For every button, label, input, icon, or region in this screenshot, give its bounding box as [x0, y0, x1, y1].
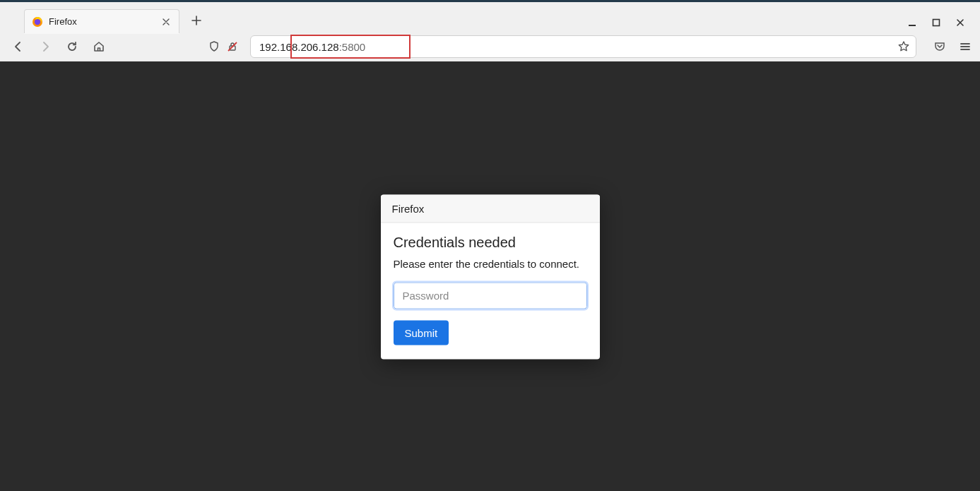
tab-strip: Firefox	[0, 2, 980, 32]
window-maximize-icon[interactable]	[931, 17, 942, 28]
password-field[interactable]	[394, 282, 587, 309]
tab-title: Firefox	[49, 16, 155, 27]
url-text[interactable]: 192.168.206.128:5800	[255, 37, 893, 56]
window-minimize-icon[interactable]	[907, 17, 918, 28]
security-icons	[208, 40, 239, 53]
home-button[interactable]	[89, 37, 109, 57]
submit-button[interactable]: Submit	[394, 320, 449, 345]
dialog-body: Credentials needed Please enter the cred…	[381, 223, 600, 359]
app-menu-icon[interactable]	[959, 40, 972, 53]
toolbar-right-icons	[933, 40, 972, 53]
svg-rect-2	[909, 25, 916, 26]
svg-rect-3	[933, 20, 940, 26]
url-port: :5800	[339, 41, 366, 53]
forward-button[interactable]	[35, 37, 55, 57]
tracking-shield-icon[interactable]	[208, 40, 220, 53]
dialog-header: Firefox	[381, 194, 600, 223]
window-controls	[907, 17, 974, 28]
url-host: 192.168.206.128	[259, 41, 339, 53]
svg-point-1	[35, 18, 40, 24]
browser-tab[interactable]: Firefox	[24, 9, 179, 33]
insecure-lock-icon[interactable]	[226, 40, 239, 53]
back-button[interactable]	[8, 37, 28, 57]
firefox-favicon-icon	[32, 16, 43, 28]
dialog-title: Credentials needed	[394, 234, 587, 250]
bookmark-star-icon[interactable]	[897, 40, 910, 53]
credentials-dialog: Firefox Credentials needed Please enter …	[381, 194, 600, 359]
tab-close-icon[interactable]	[160, 16, 172, 28]
browser-chrome: Firefox	[0, 2, 980, 61]
page-content: Firefox Credentials needed Please enter …	[0, 61, 980, 491]
new-tab-button[interactable]	[187, 11, 206, 30]
window-close-icon[interactable]	[955, 17, 966, 28]
dialog-text: Please enter the credentials to connect.	[394, 257, 587, 269]
toolbar: 192.168.206.128:5800	[0, 32, 980, 61]
url-bar[interactable]: 192.168.206.128:5800	[250, 35, 916, 58]
reload-button[interactable]	[62, 37, 82, 57]
pocket-icon[interactable]	[933, 40, 946, 53]
